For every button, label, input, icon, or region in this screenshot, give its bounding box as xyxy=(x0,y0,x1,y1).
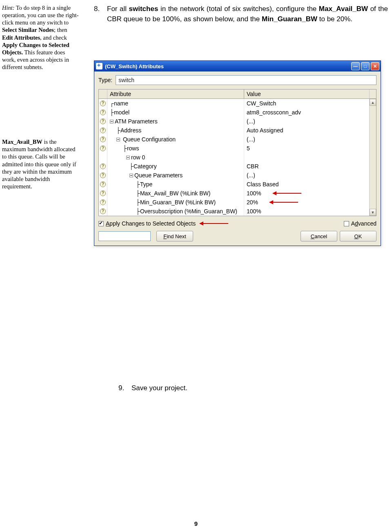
help-icon[interactable]: ? xyxy=(99,171,107,180)
attribute-cell[interactable]: Queue Parameters xyxy=(107,171,244,180)
type-field[interactable]: switch xyxy=(116,75,376,85)
attribute-cell[interactable]: ├Oversubscription (%Min_Guaran_BW) xyxy=(107,207,244,216)
window-title: (CW_Switch) Attributes xyxy=(105,63,164,69)
advanced-checkbox[interactable] xyxy=(344,221,349,226)
attribute-cell[interactable]: ATM Parameters xyxy=(107,117,244,126)
maximize-button[interactable]: □ xyxy=(361,62,370,70)
step-8-text: For all switches in the network (total o… xyxy=(107,4,388,24)
vertical-scrollbar[interactable]: ▲ ▼ xyxy=(369,99,376,216)
attribute-cell[interactable]: ├Address xyxy=(107,126,244,135)
close-button[interactable]: ✕ xyxy=(371,62,379,70)
table-row[interactable]: ? Queue Configuration(...) xyxy=(99,135,376,144)
attribute-cell[interactable]: row 0 xyxy=(107,153,244,162)
minimize-button[interactable]: — xyxy=(351,62,360,70)
value-cell[interactable]: 100% xyxy=(244,208,376,215)
step-9-text: Save your project. xyxy=(131,384,187,392)
advanced-label: Advanced xyxy=(351,220,376,227)
titlebar[interactable]: (CW_Switch) Attributes — □ ✕ xyxy=(94,61,381,72)
value-cell[interactable]: (...) xyxy=(244,136,376,143)
arrow-annotation-icon xyxy=(200,221,232,226)
table-row[interactable]: ?├Min_Guaran_BW (%Link BW)20% xyxy=(99,198,376,207)
attribute-cell[interactable]: Queue Configuration xyxy=(107,135,244,144)
scroll-up-icon[interactable]: ▲ xyxy=(370,99,376,106)
value-cell[interactable]: 5 xyxy=(244,145,376,152)
sidebar-notes: Hint: To do step 8 in a single operation… xyxy=(2,4,82,190)
table-row[interactable]: ?┌nameCW_Switch xyxy=(99,99,376,108)
grid-header: Attribute Value xyxy=(99,89,376,99)
help-icon[interactable]: ? xyxy=(99,207,107,216)
attribute-cell[interactable]: ├Max_Avail_BW (%Link BW) xyxy=(107,189,244,198)
table-row[interactable]: ?├CategoryCBR xyxy=(99,162,376,171)
table-row[interactable]: ?├TypeClass Based xyxy=(99,180,376,189)
attribute-cell[interactable]: ┌name xyxy=(107,99,244,108)
table-row[interactable]: ?├AddressAuto Assigned xyxy=(99,126,376,135)
value-cell[interactable]: 20% xyxy=(244,199,376,206)
value-cell[interactable]: (...) xyxy=(244,118,376,125)
help-icon[interactable]: ? xyxy=(99,162,107,171)
hint-note: Hint: To do step 8 in a single operation… xyxy=(2,4,79,71)
help-icon[interactable]: ? xyxy=(99,144,107,153)
filter-input[interactable] xyxy=(98,231,151,241)
help-icon[interactable] xyxy=(99,153,107,162)
help-icon[interactable]: ? xyxy=(99,117,107,126)
step-number: 9. xyxy=(118,384,131,392)
attribute-cell[interactable]: ├Type xyxy=(107,180,244,189)
step-8: 8. For all switches in the network (tota… xyxy=(94,4,388,24)
table-row[interactable]: ?├modelatm8_crossconn_adv xyxy=(99,108,376,117)
attribute-cell[interactable]: ├rows xyxy=(107,144,244,153)
help-icon[interactable]: ? xyxy=(99,126,107,135)
ok-button[interactable]: OK xyxy=(340,231,376,241)
table-row[interactable]: ?ATM Parameters(...) xyxy=(99,117,376,126)
table-row[interactable]: row 0 xyxy=(99,153,376,162)
type-label: Type: xyxy=(98,77,112,83)
table-row[interactable]: ?├Oversubscription (%Min_Guaran_BW)100% xyxy=(99,207,376,216)
scroll-down-icon[interactable]: ▼ xyxy=(370,209,376,216)
value-cell[interactable]: CBR xyxy=(244,163,376,170)
table-row[interactable]: ?Queue Parameters(...) xyxy=(99,171,376,180)
help-icon[interactable]: ? xyxy=(99,135,107,144)
value-cell[interactable]: Auto Assigned xyxy=(244,127,376,134)
attribute-cell[interactable]: ├Min_Guaran_BW (%Link BW) xyxy=(107,198,244,207)
attribute-cell[interactable]: ├model xyxy=(107,108,244,117)
arrow-annotation-icon xyxy=(270,200,302,204)
value-cell[interactable]: 100% xyxy=(244,190,376,197)
help-icon[interactable]: ? xyxy=(99,198,107,207)
attributes-dialog: (CW_Switch) Attributes — □ ✕ Type: switc… xyxy=(94,60,381,246)
page-number: 9 xyxy=(0,520,392,527)
value-cell[interactable]: atm8_crossconn_adv xyxy=(244,109,376,116)
step-number: 8. xyxy=(94,4,107,24)
attributes-grid: Attribute Value ?┌nameCW_Switch?├modelat… xyxy=(98,89,376,216)
step-9: 9. Save your project. xyxy=(118,384,380,392)
apply-changes-label: Apply Changes to Selected Objects xyxy=(106,220,196,227)
col-attribute[interactable]: Attribute xyxy=(107,89,244,98)
help-icon[interactable]: ? xyxy=(99,189,107,198)
value-cell[interactable]: Class Based xyxy=(244,181,376,188)
arrow-annotation-icon xyxy=(273,191,305,195)
value-cell[interactable]: (...) xyxy=(244,172,376,179)
table-row[interactable]: ?├Max_Avail_BW (%Link BW)100% xyxy=(99,189,376,198)
help-icon[interactable]: ? xyxy=(99,180,107,189)
table-row[interactable]: ?├rows5 xyxy=(99,144,376,153)
attribute-cell[interactable]: ├Category xyxy=(107,162,244,171)
bandwidth-note: Max_Avail_BW is the maximum bandwidth al… xyxy=(2,138,79,190)
app-icon xyxy=(96,63,102,69)
help-icon[interactable]: ? xyxy=(99,108,107,117)
value-cell[interactable]: CW_Switch xyxy=(244,100,376,107)
apply-changes-checkbox[interactable] xyxy=(98,221,104,226)
col-value[interactable]: Value xyxy=(244,89,369,98)
find-next-button[interactable]: Find Next xyxy=(156,231,193,241)
cancel-button[interactable]: Cancel xyxy=(301,231,337,241)
help-icon[interactable]: ? xyxy=(99,99,107,108)
